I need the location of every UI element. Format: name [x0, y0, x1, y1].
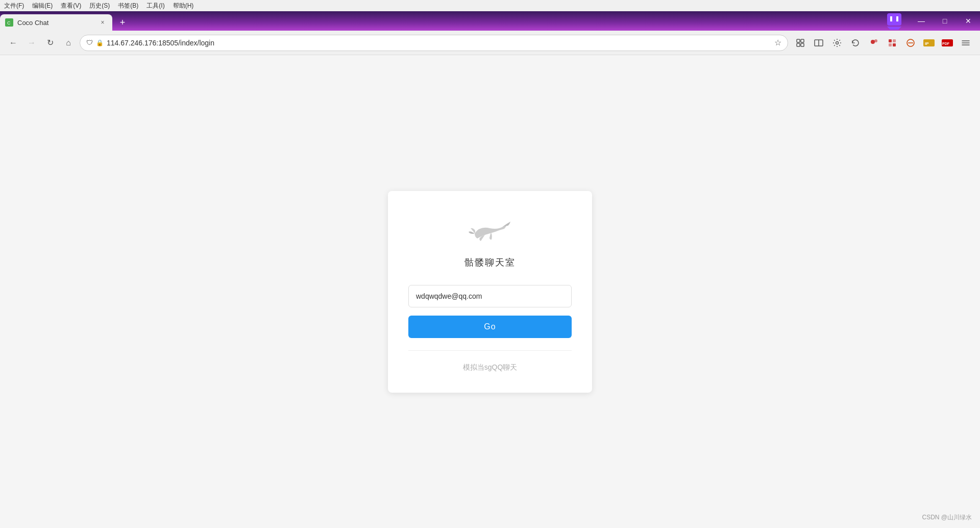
login-card: 骷髅聊天室 Go 模拟当sgQQ聊天	[388, 191, 592, 393]
menu-view[interactable]: 查看(V)	[61, 2, 81, 10]
svg-rect-4	[896, 16, 898, 21]
svg-rect-15	[889, 39, 892, 42]
email-input[interactable]	[408, 285, 572, 307]
nav-right-icons: IP PDF	[792, 35, 974, 51]
divider	[408, 350, 572, 351]
tab-close-button[interactable]: ×	[98, 18, 107, 27]
menu-edit[interactable]: 编辑(E)	[32, 2, 53, 10]
svg-rect-8	[797, 43, 800, 46]
tab-title: Coco Chat	[17, 19, 94, 27]
twitch-icon	[879, 11, 910, 31]
split-view-icon[interactable]	[811, 35, 827, 51]
maximize-button[interactable]: □	[933, 11, 957, 31]
back-button[interactable]: ←	[6, 36, 20, 50]
svg-rect-18	[893, 43, 896, 46]
bookmark-star-icon[interactable]: ☆	[774, 38, 781, 47]
address-bar[interactable]: 🛡 🔒 ☆	[80, 35, 788, 51]
ip-icon[interactable]: IP	[921, 35, 937, 51]
app-title-cn: 骷髅聊天室	[464, 256, 516, 269]
bird-logo	[459, 215, 521, 246]
forward-button[interactable]: →	[24, 36, 39, 50]
minimize-button[interactable]: —	[910, 11, 933, 31]
svg-rect-17	[889, 43, 892, 46]
account-icon[interactable]	[866, 35, 882, 51]
close-window-button[interactable]: ✕	[957, 11, 980, 31]
pdf-icon[interactable]: PDF	[939, 35, 955, 51]
lock-icon: 🔒	[96, 39, 104, 46]
svg-text:PDF: PDF	[942, 42, 950, 45]
svg-rect-2	[887, 13, 901, 26]
svg-point-13	[871, 40, 875, 44]
menu-help[interactable]: 帮助(H)	[173, 2, 194, 10]
svg-rect-3	[890, 16, 892, 21]
tab-bar: C Coco Chat × + — □ ✕	[0, 11, 980, 31]
menu-bookmarks[interactable]: 书签(B)	[118, 2, 138, 10]
menu-icon[interactable]	[958, 35, 974, 51]
menu-history[interactable]: 历史(S)	[89, 2, 110, 10]
menu-bar: 文件(F) 编辑(E) 查看(V) 历史(S) 书签(B) 工具(I) 帮助(H…	[0, 0, 980, 11]
block-icon[interactable]	[902, 35, 919, 51]
svg-rect-9	[801, 43, 804, 46]
svg-point-12	[836, 41, 839, 44]
nav-bar: ← → ↻ ⌂ 🛡 🔒 ☆	[0, 31, 980, 55]
shield-icon: 🛡	[86, 39, 93, 46]
settings-icon[interactable]	[829, 35, 845, 51]
svg-marker-5	[887, 27, 901, 30]
svg-rect-6	[797, 39, 800, 42]
url-input[interactable]	[107, 39, 771, 47]
new-tab-button[interactable]: +	[114, 14, 131, 31]
logo-container	[459, 215, 521, 248]
extensions-icon[interactable]	[792, 35, 808, 51]
svg-rect-7	[801, 39, 804, 42]
svg-text:C: C	[7, 20, 11, 26]
menu-file[interactable]: 文件(F)	[4, 2, 24, 10]
tab-favicon: C	[5, 18, 13, 27]
active-tab[interactable]: C Coco Chat ×	[0, 14, 112, 31]
svg-point-14	[874, 39, 877, 42]
undo-icon[interactable]	[847, 35, 864, 51]
go-button[interactable]: Go	[408, 316, 572, 338]
svg-text:IP: IP	[925, 41, 929, 46]
svg-rect-16	[893, 39, 896, 42]
window-controls: — □ ✕	[910, 11, 980, 31]
menu-tools[interactable]: 工具(I)	[146, 2, 164, 10]
simulate-link[interactable]: 模拟当sgQQ聊天	[463, 363, 518, 372]
addon-icon[interactable]	[884, 35, 900, 51]
page-content: 骷髅聊天室 Go 模拟当sgQQ聊天 CSDN @山川绿水	[0, 55, 980, 528]
watermark: CSDN @山川绿水	[922, 513, 972, 522]
home-button[interactable]: ⌂	[61, 36, 76, 50]
refresh-button[interactable]: ↻	[43, 36, 57, 50]
